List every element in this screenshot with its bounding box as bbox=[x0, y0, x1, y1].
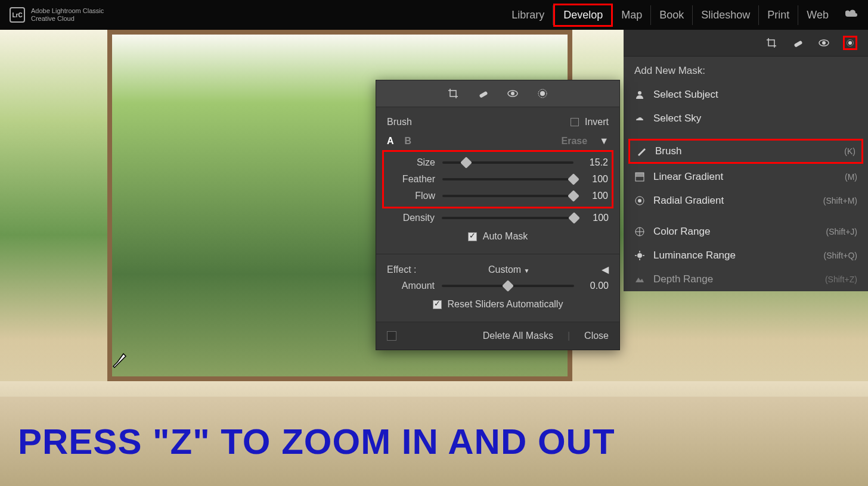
amount-label: Amount bbox=[387, 281, 435, 291]
density-label: Density bbox=[387, 213, 435, 223]
tutorial-caption: PRESS "Z" TO ZOOM IN AND OUT bbox=[18, 421, 615, 462]
mask-shortcut: (Shift+Z) bbox=[825, 275, 857, 284]
effect-label: Effect : bbox=[387, 264, 417, 275]
reset-sliders-checkbox[interactable] bbox=[433, 300, 442, 309]
invert-checkbox[interactable] bbox=[571, 118, 579, 126]
effect-dropdown[interactable]: Custom ▼ bbox=[488, 264, 529, 275]
feather-slider[interactable]: Feather 100 bbox=[388, 171, 608, 188]
mask-label: Select Sky bbox=[653, 113, 701, 124]
mask-label: Brush bbox=[655, 145, 681, 157]
sky-icon bbox=[634, 113, 645, 124]
canvas-area[interactable]: PRESS "Z" TO ZOOM IN AND OUT Add New Mas… bbox=[0, 30, 868, 486]
invert-label: Invert bbox=[585, 117, 609, 127]
overlay-toggle[interactable] bbox=[387, 331, 396, 341]
reset-sliders-label: Reset Sliders Automatically bbox=[448, 299, 563, 310]
mask-label: Radial Gradient bbox=[653, 195, 724, 207]
brush-panel: Brush Invert A B Erase ▼ Size bbox=[376, 80, 620, 350]
heal-tool-icon[interactable] bbox=[476, 86, 490, 101]
mask-brush[interactable]: Brush (K) bbox=[628, 139, 863, 164]
nav-web[interactable]: Web bbox=[798, 5, 837, 25]
luminance-icon bbox=[634, 250, 645, 261]
masking-tool-icon[interactable] bbox=[535, 86, 550, 101]
flow-value: 100 bbox=[581, 191, 608, 201]
brush-icon bbox=[636, 146, 647, 157]
mask-color-range[interactable]: Color Range (Shift+J) bbox=[624, 220, 868, 244]
mask-shortcut: (M) bbox=[845, 172, 857, 182]
logo-area: LrC Adobe Lightroom Classic Creative Clo… bbox=[10, 7, 104, 23]
nav-print[interactable]: Print bbox=[759, 5, 798, 25]
nav-book[interactable]: Book bbox=[651, 5, 693, 25]
subject-icon bbox=[634, 89, 645, 100]
nav-map[interactable]: Map bbox=[613, 5, 651, 25]
nav-develop[interactable]: Develop bbox=[553, 4, 613, 27]
flow-label: Flow bbox=[388, 191, 435, 201]
mask-radial-gradient[interactable]: Radial Gradient (Shift+M) bbox=[624, 189, 868, 213]
svg-point-2 bbox=[822, 41, 826, 45]
mask-label: Depth Range bbox=[653, 273, 713, 285]
mask-label: Select Subject bbox=[653, 89, 718, 101]
svg-point-11 bbox=[637, 253, 642, 258]
top-bar: LrC Adobe Lightroom Classic Creative Clo… bbox=[0, 0, 868, 30]
mask-select-sky[interactable]: Select Sky bbox=[624, 107, 868, 130]
mask-label: Linear Gradient bbox=[653, 171, 723, 183]
brush-title: Brush bbox=[387, 117, 412, 127]
brush-disclosure-icon[interactable]: ▼ bbox=[599, 136, 609, 147]
masking-tool-icon[interactable] bbox=[843, 36, 857, 50]
brush-b[interactable]: B bbox=[405, 136, 412, 147]
size-slider[interactable]: Size 15.2 bbox=[388, 154, 608, 171]
brush-ab-selector[interactable]: A B bbox=[387, 136, 411, 147]
redeye-tool-icon[interactable] bbox=[506, 86, 520, 101]
mask-shortcut: (Shift+Q) bbox=[824, 251, 857, 260]
svg-point-9 bbox=[638, 199, 641, 202]
svg-point-5 bbox=[638, 91, 641, 95]
mask-select-subject[interactable]: Select Subject bbox=[624, 83, 868, 107]
brush-panel-tools bbox=[376, 80, 619, 107]
svg-rect-12 bbox=[479, 91, 488, 98]
svg-point-14 bbox=[511, 92, 514, 95]
brush-erase[interactable]: Erase bbox=[562, 136, 588, 147]
auto-mask-checkbox[interactable] bbox=[468, 232, 477, 241]
close-button[interactable]: Close bbox=[584, 331, 609, 341]
mask-side-panel: Add New Mask: Select Subject Select Sky … bbox=[624, 30, 868, 291]
cloud-icon[interactable] bbox=[845, 9, 858, 21]
nav-library[interactable]: Library bbox=[503, 5, 553, 25]
amount-slider[interactable]: Amount 0.00 bbox=[387, 278, 609, 294]
app-logo: LrC bbox=[10, 7, 25, 23]
mask-depth-range[interactable]: Depth Range (Shift+Z) bbox=[624, 267, 868, 291]
mask-shortcut: (Shift+M) bbox=[823, 196, 857, 205]
mask-luminance-range[interactable]: Luminance Range (Shift+Q) bbox=[624, 244, 868, 267]
nav-slideshow[interactable]: Slideshow bbox=[693, 5, 759, 25]
brush-a[interactable]: A bbox=[387, 136, 394, 147]
mask-shortcut: (Shift+J) bbox=[826, 227, 857, 236]
color-range-icon bbox=[634, 226, 645, 237]
redeye-tool-icon[interactable] bbox=[817, 36, 831, 50]
auto-mask-label: Auto Mask bbox=[483, 231, 528, 242]
mask-label: Color Range bbox=[653, 226, 710, 238]
feather-label: Feather bbox=[388, 174, 435, 185]
heal-tool-icon[interactable] bbox=[790, 36, 805, 50]
svg-point-4 bbox=[848, 41, 852, 45]
mask-shortcut: (K) bbox=[844, 147, 855, 156]
mask-linear-gradient[interactable]: Linear Gradient (M) bbox=[624, 165, 868, 189]
effect-disclosure-icon[interactable]: ◀ bbox=[602, 264, 609, 275]
mask-label: Luminance Range bbox=[653, 250, 736, 261]
svg-rect-0 bbox=[793, 40, 802, 48]
depth-icon bbox=[634, 274, 645, 285]
density-value: 100 bbox=[581, 213, 609, 223]
size-value: 15.2 bbox=[581, 157, 608, 168]
crop-tool-icon[interactable] bbox=[446, 86, 460, 101]
flow-slider[interactable]: Flow 100 bbox=[388, 188, 608, 204]
linear-gradient-icon bbox=[634, 172, 645, 182]
svg-point-16 bbox=[540, 91, 545, 96]
brush-cursor-icon bbox=[110, 351, 128, 369]
feather-value: 100 bbox=[581, 174, 608, 185]
delete-all-masks-button[interactable]: Delete All Masks bbox=[483, 331, 553, 341]
app-title: Adobe Lightroom Classic Creative Cloud bbox=[31, 7, 104, 23]
density-slider[interactable]: Density 100 bbox=[387, 210, 609, 226]
radial-gradient-icon bbox=[634, 195, 645, 206]
crop-tool-icon[interactable] bbox=[764, 36, 779, 50]
size-label: Size bbox=[388, 157, 435, 168]
app-title-line2: Creative Cloud bbox=[31, 15, 104, 23]
app-title-line1: Adobe Lightroom Classic bbox=[31, 7, 104, 15]
amount-value: 0.00 bbox=[581, 281, 609, 291]
